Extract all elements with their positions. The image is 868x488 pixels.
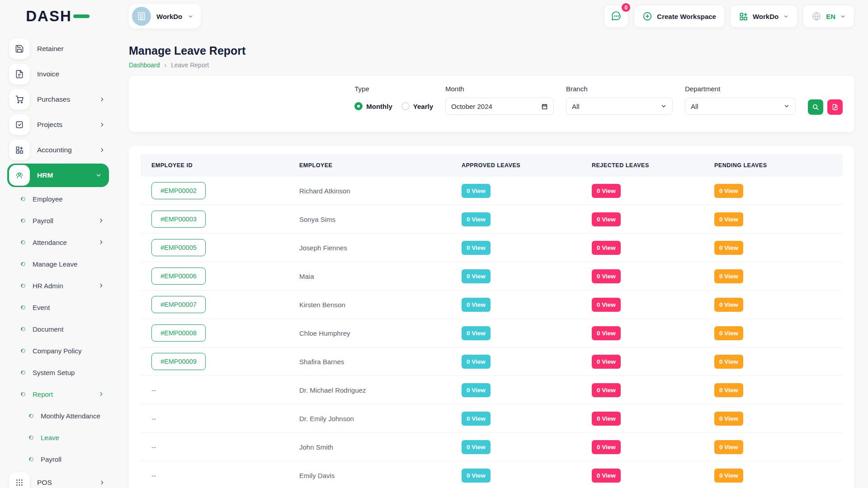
sidebar-item-manage-leave[interactable]: Manage Leave [7,253,109,275]
chevron-right-icon [98,282,104,289]
sidebar-item-invoice[interactable]: Invoice [7,61,109,87]
radio-checked-icon [354,102,363,110]
radio-yearly[interactable]: Yearly [401,102,433,110]
grid-plus-icon [9,140,30,160]
sidebar: Retainer Invoice Purchases [0,33,115,488]
employee-id-button[interactable]: #EMP00006 [151,267,206,285]
employee-name: Shafira Barnes [288,347,451,375]
messages-button[interactable]: 0 [604,5,628,28]
rejected-leaves-view-button[interactable]: 0 View [592,184,621,198]
sidebar-item-company-policy[interactable]: Company Policy [7,340,109,361]
chevron-right-icon [98,217,104,224]
approved-leaves-view-button[interactable]: 0 View [462,269,491,283]
employee-name: Joseph Fiennes [288,234,451,262]
employee-id-empty: -- [151,415,156,422]
approved-leaves-view-button[interactable]: 0 View [462,412,491,426]
employee-id-empty: -- [151,472,156,479]
table-row: -- John Smith 0 View 0 View 0 View [141,433,843,461]
employee-id-button[interactable]: #EMP00003 [151,211,206,228]
pending-leaves-view-button[interactable]: 0 View [714,212,743,226]
employee-id-button[interactable]: #EMP00009 [151,353,206,370]
month-input[interactable]: October 2024 [445,98,554,115]
pending-leaves-view-button[interactable]: 0 View [714,298,743,312]
approved-leaves-view-button[interactable]: 0 View [462,212,491,226]
rejected-leaves-view-button[interactable]: 0 View [592,440,621,454]
employee-name: Emily Davis [288,461,451,488]
rejected-leaves-view-button[interactable]: 0 View [592,469,621,483]
sidebar-subitem-label: Payroll [33,217,91,225]
approved-leaves-view-button[interactable]: 0 View [462,355,491,369]
sidebar-item-pos[interactable]: POS [7,470,109,488]
radio-unchecked-icon [401,102,410,110]
sidebar-item-leave[interactable]: Leave [7,427,109,448]
employee-id-button[interactable]: #EMP00007 [151,296,206,313]
employee-id-button[interactable]: #EMP00008 [151,324,206,342]
sidebar-subitem-label: Report [33,390,91,398]
sidebar-item-accounting[interactable]: Accounting [7,137,109,163]
rejected-leaves-view-button[interactable]: 0 View [592,326,621,340]
workspace-menu-button[interactable]: WorkDo [730,5,797,28]
rejected-leaves-view-button[interactable]: 0 View [592,269,621,283]
sidebar-item-retainer[interactable]: Retainer [7,36,109,61]
sidebar-item-attendance[interactable]: Attendance [7,231,109,253]
branch-select[interactable]: All [566,98,673,115]
approved-leaves-view-button[interactable]: 0 View [462,184,491,198]
approved-leaves-view-button[interactable]: 0 View [462,326,491,340]
bullet-icon [21,218,26,223]
approved-leaves-view-button[interactable]: 0 View [462,469,491,483]
sidebar-item-report[interactable]: Report [7,383,109,405]
pending-leaves-view-button[interactable]: 0 View [714,355,743,369]
pending-leaves-view-button[interactable]: 0 View [714,383,743,397]
chevron-right-icon [98,391,104,397]
radio-monthly[interactable]: Monthly [354,102,392,110]
check-square-icon [9,114,30,135]
employee-name: Dr. Michael Rodriguez [288,376,451,404]
workspace-selector[interactable]: WorkDo [129,4,201,28]
grid-plus-icon [739,12,748,21]
employee-id-button[interactable]: #EMP00005 [151,239,206,256]
sidebar-item-system-setup[interactable]: System Setup [7,361,109,383]
sidebar-item-event[interactable]: Event [7,296,109,318]
department-select[interactable]: All [685,98,796,115]
breadcrumb-dashboard-link[interactable]: Dashboard [129,61,160,69]
approved-leaves-view-button[interactable]: 0 View [462,298,491,312]
chevron-right-icon [98,239,104,245]
rejected-leaves-view-button[interactable]: 0 View [592,212,621,226]
rejected-leaves-view-button[interactable]: 0 View [592,355,621,369]
radio-monthly-label: Monthly [366,103,392,110]
pending-leaves-view-button[interactable]: 0 View [714,326,743,340]
pending-leaves-view-button[interactable]: 0 View [714,412,743,426]
sidebar-item-hrm[interactable]: HRM [7,164,109,187]
sidebar-subitem-label: Monthly Attendance [41,412,104,420]
sidebar-item-payroll[interactable]: Payroll [7,448,109,470]
approved-leaves-view-button[interactable]: 0 View [462,383,491,397]
sidebar-item-document[interactable]: Document [7,318,109,340]
employee-id-button[interactable]: #EMP00002 [151,182,206,199]
pending-leaves-view-button[interactable]: 0 View [714,269,743,283]
rejected-leaves-view-button[interactable]: 0 View [592,383,621,397]
sidebar-item-purchases[interactable]: Purchases [7,87,109,112]
pending-leaves-view-button[interactable]: 0 View [714,440,743,454]
export-button[interactable] [827,99,843,115]
pending-leaves-view-button[interactable]: 0 View [714,469,743,483]
create-workspace-button[interactable]: Create Workspace [634,5,725,28]
approved-leaves-view-button[interactable]: 0 View [462,440,491,454]
pending-leaves-view-button[interactable]: 0 View [714,241,743,255]
column-header-employee: EMPLOYEE [288,154,451,177]
sidebar-item-employee[interactable]: Employee [7,188,109,210]
pending-leaves-view-button[interactable]: 0 View [714,184,743,198]
bullet-icon [29,413,34,418]
search-button[interactable] [808,99,823,115]
approved-leaves-view-button[interactable]: 0 View [462,241,491,255]
rejected-leaves-view-button[interactable]: 0 View [592,241,621,255]
sidebar-item-projects[interactable]: Projects [7,112,109,137]
rejected-leaves-view-button[interactable]: 0 View [592,298,621,312]
sidebar-item-hr-admin[interactable]: HR Admin [7,275,109,296]
language-selector[interactable]: EN [803,5,854,28]
column-header-approved-leaves: APPROVED LEAVES [451,154,581,177]
rejected-leaves-view-button[interactable]: 0 View [592,412,621,426]
sidebar-item-payroll[interactable]: Payroll [7,210,109,231]
sidebar-item-monthly-attendance[interactable]: Monthly Attendance [7,405,109,427]
branch-value: All [572,103,660,110]
logo-dash-icon [73,14,90,18]
